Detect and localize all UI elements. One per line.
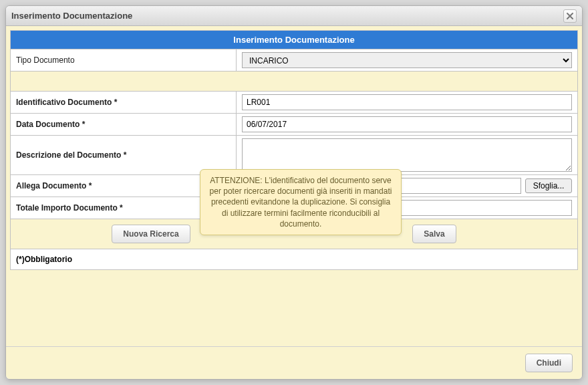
label-tipo-documento: Tipo Documento: [11, 49, 237, 71]
footnote: (*)Obbligatorio: [11, 249, 577, 269]
file-browse-button[interactable]: Sfoglia...: [525, 178, 572, 193]
tipo-documento-select[interactable]: INCARICO: [242, 52, 572, 68]
nuova-ricerca-button[interactable]: Nuova Ricerca: [112, 225, 190, 243]
warning-tooltip: ATTENZIONE: L'identificativo del documen…: [200, 169, 402, 235]
close-button[interactable]: [563, 9, 577, 23]
row-data-documento: Data Documento *: [11, 113, 577, 135]
dialog-title: Inserimento Documentazione: [11, 11, 132, 21]
titlebar: Inserimento Documentazione: [6, 6, 582, 26]
panel-title: Inserimento Documentazione: [11, 31, 577, 49]
dialog-footer: Chiudi: [6, 346, 582, 379]
data-documento-input[interactable]: [242, 116, 572, 132]
descrizione-textarea[interactable]: [242, 138, 572, 172]
label-data-documento: Data Documento *: [11, 114, 237, 135]
identificativo-input[interactable]: [242, 94, 572, 110]
dialog-window: Inserimento Documentazione Inserimento D…: [5, 5, 583, 380]
spacer-row: [11, 71, 577, 91]
row-identificativo: Identificativo Documento *: [11, 91, 577, 113]
chiudi-button[interactable]: Chiudi: [525, 354, 573, 372]
salva-button[interactable]: Salva: [412, 225, 456, 243]
label-identificativo: Identificativo Documento *: [11, 92, 237, 113]
close-icon: [565, 11, 575, 21]
row-tipo-documento: Tipo Documento INCARICO: [11, 49, 577, 71]
